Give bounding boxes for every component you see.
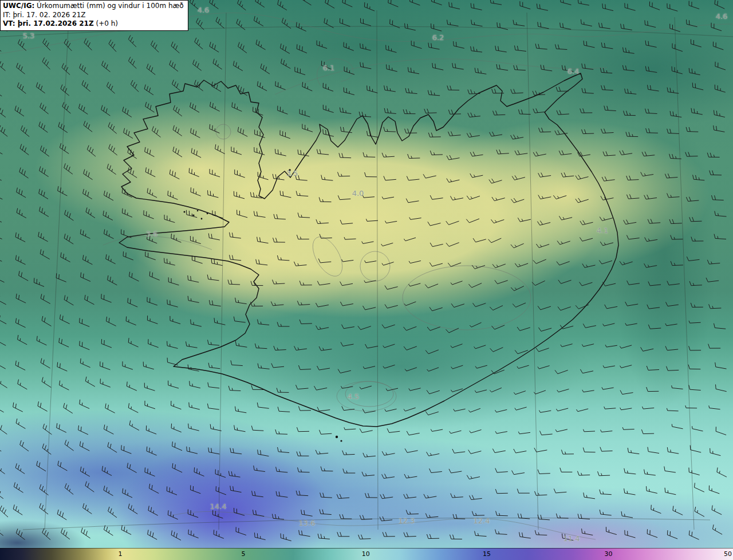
map-title: Úrkomumætti (mm) og vindur i 100m hæð xyxy=(34,2,183,10)
info-line-valid: VT: þri. 17.02.2026 21Z (+0 h) xyxy=(3,19,184,29)
graticule-parallel xyxy=(23,518,710,530)
colorbar-tick: 5 xyxy=(241,550,245,558)
precip-contour-lines xyxy=(0,13,733,539)
island-dot xyxy=(207,213,208,215)
islands xyxy=(184,169,342,441)
glacier-langjokull xyxy=(307,232,349,281)
iceland-coastline xyxy=(119,73,618,427)
island-dot xyxy=(197,210,199,212)
wind-barbs xyxy=(0,0,727,541)
map-overlay xyxy=(0,0,733,560)
colorbar-tick: 30 xyxy=(604,550,612,558)
colorbar-tick: 1 xyxy=(118,550,122,558)
forecast-offset: (+0 h) xyxy=(94,19,118,27)
graticule-lines xyxy=(0,10,733,530)
info-box: UWC/IG: Úrkomumætti (mm) og vindur i 100… xyxy=(0,0,188,31)
glacier-drangajokull xyxy=(216,124,231,139)
glacier-contours xyxy=(216,124,531,407)
wind-barbs-layer xyxy=(0,0,727,541)
glacier-myrdalsjokull xyxy=(345,381,393,407)
valid-time: VT: þri. 17.02.2026 21Z xyxy=(3,19,94,27)
colorbar-tick: 50 xyxy=(724,550,732,558)
graticule-meridian xyxy=(219,13,226,530)
glacier-hofsjokull xyxy=(360,251,390,281)
island-dot xyxy=(336,436,338,438)
info-line-init: IT: þri. 17. 02. 2026 21Z xyxy=(3,11,184,20)
info-line-title: UWC/IG: Úrkomumætti (mm) og vindur i 100… xyxy=(3,2,184,11)
island-dot xyxy=(192,214,194,216)
graticule-meridian xyxy=(377,10,378,530)
model-id: UWC/IG: xyxy=(3,2,34,10)
colorbar-tick: 10 xyxy=(362,550,370,558)
precip-contour xyxy=(275,59,607,94)
island-dot xyxy=(184,211,186,213)
island-dot xyxy=(340,440,342,441)
weather-map: 4.65.36.26.16.44.63.63.54.04.14.514.413.… xyxy=(0,0,733,560)
colorbar-tick: 15 xyxy=(483,550,491,558)
island-dot xyxy=(201,218,203,220)
graticule-meridian xyxy=(675,17,694,530)
glacier-vatnajokull xyxy=(403,266,531,330)
init-time: IT: þri. 17. 02. 2026 21Z xyxy=(3,11,86,19)
colorbar: 1510153050 xyxy=(0,548,733,560)
island-dot xyxy=(289,169,291,171)
